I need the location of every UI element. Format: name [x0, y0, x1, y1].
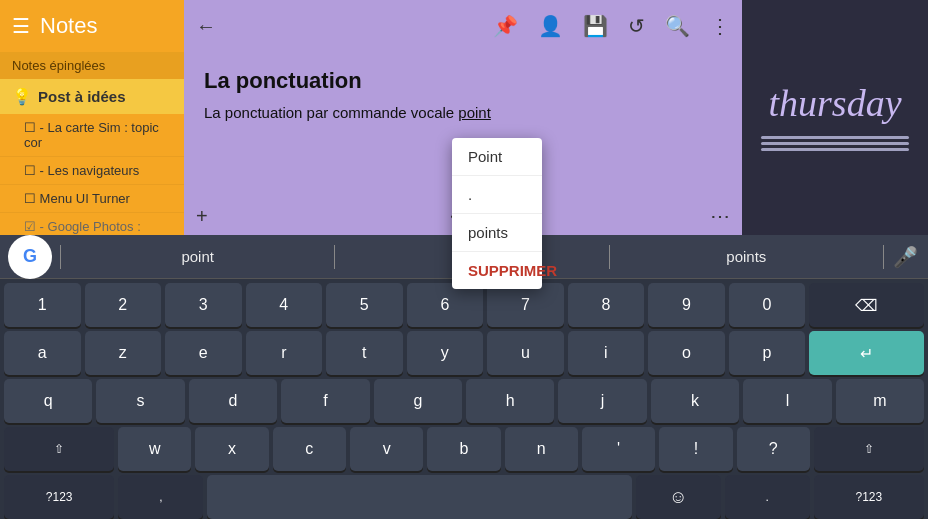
key-1[interactable]: 1	[4, 283, 81, 327]
key-k[interactable]: k	[651, 379, 739, 423]
number-row: 1 2 3 4 5 6 7 8 9 0 ⌫	[4, 283, 924, 327]
qsdfgh-row: q s d f g h j k l m	[4, 379, 924, 423]
pin-icon[interactable]: 📌	[493, 14, 518, 38]
sidebar-header: ☰ Notes	[0, 0, 184, 52]
sidebar-title: Notes	[40, 13, 97, 39]
key-4[interactable]: 4	[246, 283, 323, 327]
key-t[interactable]: t	[326, 331, 403, 375]
emoji-key[interactable]: ☺	[636, 475, 721, 519]
list-item[interactable]: ☐ Menu UI Turner	[0, 185, 184, 213]
period-key[interactable]: .	[725, 475, 810, 519]
google-button[interactable]: G	[8, 235, 52, 279]
shift-row: ⇧ w x c v b n ' ! ? ⇧	[4, 427, 924, 471]
key-8[interactable]: 8	[568, 283, 645, 327]
note-body-text: La ponctuation par commande vocale	[204, 104, 458, 121]
key-apostrophe[interactable]: '	[582, 427, 655, 471]
key-o[interactable]: o	[648, 331, 725, 375]
mic-icon: 🎤	[893, 245, 918, 269]
list-item[interactable]: ☐ - Les navigateurs	[0, 157, 184, 185]
note-body: La ponctuation par commande vocale point	[204, 104, 722, 121]
popup-item-point[interactable]: Point	[452, 138, 542, 176]
voice-input-button[interactable]: 🎤	[884, 235, 928, 279]
autocomplete-popup: Point . points SUPPRIMER	[452, 138, 542, 289]
key-f[interactable]: f	[281, 379, 369, 423]
key-n[interactable]: n	[505, 427, 578, 471]
refresh-icon[interactable]: ↺	[628, 14, 645, 38]
pinned-item-text: Post à idées	[38, 88, 126, 105]
key-c[interactable]: c	[273, 427, 346, 471]
thumb-line	[761, 148, 910, 151]
thumb-lines	[761, 133, 910, 154]
key-m[interactable]: m	[836, 379, 924, 423]
key-3[interactable]: 3	[165, 283, 242, 327]
key-question[interactable]: ?	[737, 427, 810, 471]
comma-key[interactable]: ,	[118, 475, 203, 519]
note-title: La ponctuation	[204, 68, 722, 94]
key-7[interactable]: 7	[487, 283, 564, 327]
key-h[interactable]: h	[466, 379, 554, 423]
key-z[interactable]: z	[85, 331, 162, 375]
key-5[interactable]: 5	[326, 283, 403, 327]
suggestion-left[interactable]: point	[61, 248, 334, 265]
pinned-item[interactable]: 💡 Post à idées	[0, 79, 184, 114]
thumbnail-text: thursday	[769, 81, 902, 125]
enter-key[interactable]: ↵	[809, 331, 924, 375]
share-icon[interactable]: 👤	[538, 14, 563, 38]
key-q[interactable]: q	[4, 379, 92, 423]
key-y[interactable]: y	[407, 331, 484, 375]
shift-right-key[interactable]: ⇧	[814, 427, 924, 471]
note-body-underline: point	[458, 104, 491, 121]
list-item[interactable]: ☐ - La carte Sim : topic cor	[0, 114, 184, 157]
key-r[interactable]: r	[246, 331, 323, 375]
save-icon[interactable]: 💾	[583, 14, 608, 38]
key-6[interactable]: 6	[407, 283, 484, 327]
bottom-row: ?123 , ☺ . ?123	[4, 475, 924, 519]
popup-item-dot[interactable]: .	[452, 176, 542, 214]
key-s[interactable]: s	[96, 379, 184, 423]
space-key[interactable]	[207, 475, 632, 519]
key-i[interactable]: i	[568, 331, 645, 375]
key-9[interactable]: 9	[648, 283, 725, 327]
key-b[interactable]: b	[427, 427, 500, 471]
sym-key-right[interactable]: ?123	[814, 475, 924, 519]
more-options-icon[interactable]: ⋯	[710, 204, 730, 228]
key-2[interactable]: 2	[85, 283, 162, 327]
menu-icon[interactable]: ☰	[12, 14, 30, 38]
key-rows: 1 2 3 4 5 6 7 8 9 0 ⌫ a z e r t y u i o …	[0, 279, 928, 519]
key-l[interactable]: l	[743, 379, 831, 423]
key-a[interactable]: a	[4, 331, 81, 375]
note-toolbar: ← 📌 👤 💾 ↺ 🔍 ⋮	[184, 0, 742, 52]
key-j[interactable]: j	[558, 379, 646, 423]
key-exclaim[interactable]: !	[659, 427, 732, 471]
google-icon: G	[23, 246, 37, 267]
key-g[interactable]: g	[374, 379, 462, 423]
more-icon[interactable]: ⋮	[710, 14, 730, 38]
key-w[interactable]: w	[118, 427, 191, 471]
backspace-key[interactable]: ⌫	[809, 283, 924, 327]
key-0[interactable]: 0	[729, 283, 806, 327]
popup-item-delete[interactable]: SUPPRIMER	[452, 252, 542, 289]
popup-item-points[interactable]: points	[452, 214, 542, 252]
thumbnail-area: thursday	[742, 0, 928, 235]
key-e[interactable]: e	[165, 331, 242, 375]
shift-key[interactable]: ⇧	[4, 427, 114, 471]
key-v[interactable]: v	[350, 427, 423, 471]
search-icon[interactable]: 🔍	[665, 14, 690, 38]
thumb-line	[761, 142, 910, 145]
thumb-line	[761, 136, 910, 139]
add-icon[interactable]: +	[196, 205, 208, 228]
toolbar-right: 📌 👤 💾 ↺ 🔍 ⋮	[493, 14, 730, 38]
key-u[interactable]: u	[487, 331, 564, 375]
pinned-icon: 💡	[12, 87, 32, 106]
azerty-row: a z e r t y u i o p ↵	[4, 331, 924, 375]
back-icon[interactable]: ←	[196, 15, 216, 38]
pinned-label: Notes épinglées	[0, 52, 184, 79]
key-x[interactable]: x	[195, 427, 268, 471]
key-p[interactable]: p	[729, 331, 806, 375]
sym-key[interactable]: ?123	[4, 475, 114, 519]
suggestion-right[interactable]: points	[610, 248, 883, 265]
key-d[interactable]: d	[189, 379, 277, 423]
